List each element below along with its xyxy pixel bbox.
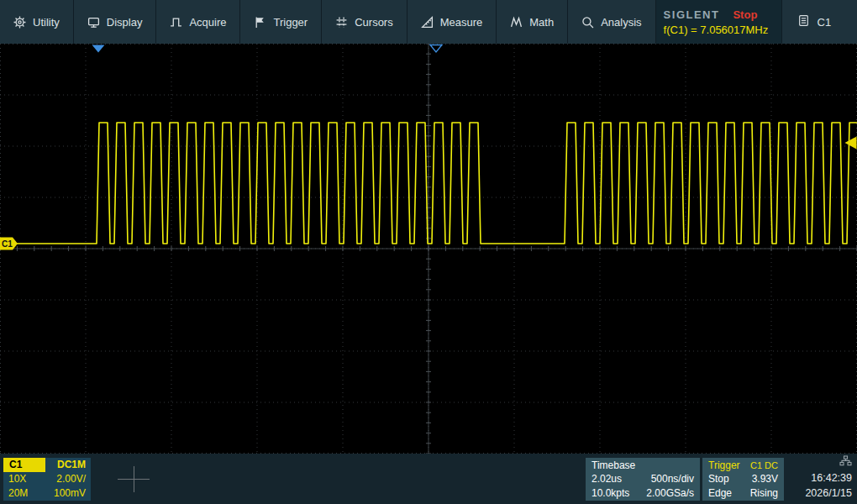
clock-time: 16:42:39 (780, 470, 852, 486)
menu-measure[interactable]: Measure (407, 0, 497, 44)
oscilloscope-screen: Utility Display Acquire Trigger (0, 0, 857, 504)
waveform-display[interactable]: C1 (0, 44, 857, 454)
frequency-readout: f(C1) = 7.056017MHz (664, 24, 774, 36)
menu-display[interactable]: Display (74, 0, 157, 44)
measure-ruler-icon (421, 16, 434, 29)
analysis-magnifier-icon (581, 16, 594, 29)
menu-label: Trigger (273, 16, 308, 29)
cursors-icon (335, 16, 348, 29)
trigger-source: C1 DC (750, 459, 778, 472)
menu-acquire[interactable]: Acquire (156, 0, 240, 44)
flag-icon (254, 16, 266, 29)
trigger-title: Trigger (708, 459, 740, 472)
channel-zero-marker[interactable]: C1 (0, 238, 18, 250)
menu-analysis[interactable]: Analysis (568, 0, 655, 44)
menu-label: Math (529, 16, 554, 29)
menu-cursors[interactable]: Cursors (322, 0, 407, 44)
trigger-position-marker[interactable] (92, 45, 105, 53)
datetime-panel: 16:42:39 2026/1/15 (780, 455, 852, 501)
active-channel-label: C1 (818, 16, 832, 29)
trigger-type: Edge (708, 486, 732, 500)
clock-date: 2026/1/15 (780, 486, 852, 501)
channel-probe-atten: 10X (8, 472, 26, 486)
timebase-title: Timebase (591, 459, 635, 472)
trigger-delay-indicator[interactable] (430, 45, 442, 53)
channel-bandwidth: 20M (8, 486, 28, 501)
add-channel-area[interactable] (106, 460, 161, 498)
timebase-scale: 500ns/div (651, 472, 694, 486)
network-icon[interactable] (839, 455, 852, 466)
graticule-grid (0, 44, 857, 454)
menu-label: Analysis (601, 16, 641, 29)
channel-name-tab: C1 (3, 458, 45, 472)
menu-label: Cursors (355, 16, 393, 29)
acquisition-status[interactable]: Stop (733, 8, 757, 21)
acquire-icon (170, 16, 182, 29)
menu-label: Measure (440, 16, 483, 29)
memory-depth: 10.0kpts (591, 486, 629, 500)
menu-math[interactable]: Math (497, 0, 568, 44)
display-icon (87, 16, 100, 29)
notes-icon (797, 14, 810, 29)
timebase-delay: 2.02us (591, 472, 622, 486)
trigger-level-marker[interactable] (845, 137, 857, 150)
menu-trigger[interactable]: Trigger (240, 0, 322, 44)
gear-icon (13, 16, 26, 29)
trigger-level: 3.93V (752, 472, 778, 486)
channel-zero-label: C1 (2, 239, 13, 249)
timebase-panel[interactable]: Timebase 2.02us 500ns/div 10.0kpts 2.00G… (586, 458, 700, 501)
status-bar: C1 DC1M 10X 2.00V/ 20M 100mV Timebase 2.… (0, 454, 857, 504)
menu-label: Utility (33, 16, 60, 29)
channel-coupling: DC1M (45, 458, 91, 472)
channel-info-c1[interactable]: C1 DC1M 10X 2.00V/ 20M 100mV (3, 458, 91, 501)
trigger-panel[interactable]: Trigger C1 DC Stop 3.93V Edge Rising (702, 458, 784, 501)
trigger-slope: Rising (750, 486, 778, 500)
menu-bar: Utility Display Acquire Trigger (0, 0, 857, 44)
menu-label: Acquire (189, 16, 226, 29)
menu-utility[interactable]: Utility (0, 0, 74, 44)
sample-rate: 2.00GSa/s (646, 486, 694, 500)
status-panel: SIGLENT Stop f(C1) = 7.056017MHz (656, 0, 782, 44)
plus-icon (134, 466, 134, 492)
trigger-mode: Stop (708, 472, 729, 486)
channel-selector[interactable]: C1 (782, 0, 847, 44)
math-icon (510, 16, 523, 29)
menu-label: Display (107, 16, 143, 29)
channel-offset: 100mV (54, 486, 86, 501)
channel-volts-per-div: 2.00V/ (56, 472, 86, 486)
siglent-logo: SIGLENT (664, 8, 720, 21)
